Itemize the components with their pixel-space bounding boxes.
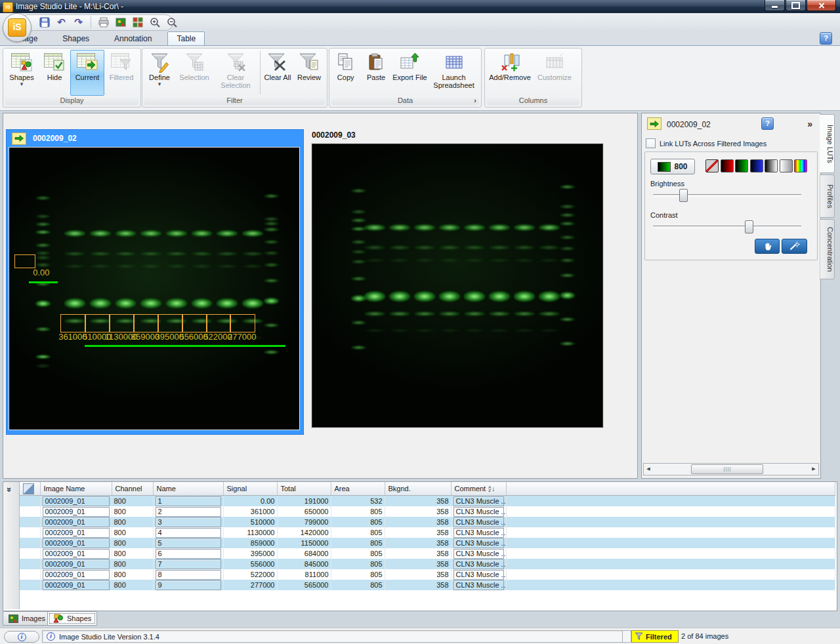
cell-name[interactable]: 2 — [153, 506, 223, 517]
shapes-button[interactable]: Shapes▾ — [5, 50, 39, 96]
cell-image-name-box[interactable]: 0002009_01 — [43, 517, 110, 527]
column-header-channel[interactable]: Channel — [112, 482, 153, 496]
side-tab-concentration[interactable]: Concentration — [820, 219, 835, 279]
annotation-shape-2[interactable] — [60, 314, 86, 332]
table-row[interactable]: 0002009_018003510000799000805358CLN3 Mus… — [20, 517, 835, 527]
annotation-shape-4[interactable] — [109, 314, 135, 332]
contrast-slider-thumb[interactable] — [745, 220, 753, 233]
lut-swatch-none[interactable] — [705, 159, 719, 172]
cell-comment-box[interactable]: CLN3 Muscle ... — [453, 549, 504, 559]
cell-name[interactable]: 7 — [153, 559, 223, 569]
cell-name-box[interactable]: 7 — [156, 559, 221, 569]
cell-comment-box[interactable]: CLN3 Muscle ... — [453, 559, 504, 569]
cell-image-name-box[interactable]: 0002009_01 — [43, 507, 110, 517]
link-luts-checkbox[interactable] — [646, 138, 656, 148]
annotation-shape-6[interactable] — [158, 314, 183, 332]
tab-annotation[interactable]: Annotation — [105, 31, 161, 45]
print-icon[interactable] — [97, 16, 110, 29]
add-remove-button[interactable]: Add/Remove — [486, 50, 534, 96]
cell-name[interactable]: 5 — [153, 538, 223, 548]
table-row[interactable]: 0002009_018009277000565000805358CLN3 Mus… — [20, 580, 835, 590]
cell-image-name[interactable]: 0002009_01 — [40, 559, 112, 569]
minimize-button[interactable] — [765, 0, 785, 11]
export-file-button[interactable]: Export File — [392, 50, 428, 96]
cell-comment[interactable]: CLN3 Muscle ... — [451, 569, 506, 580]
cell-image-name-box[interactable]: 0002009_01 — [43, 549, 110, 559]
cell-name-box[interactable]: 5 — [156, 538, 221, 548]
annotation-shape-1[interactable] — [14, 254, 35, 268]
table-row[interactable]: 0002009_01800411300001420000805358CLN3 M… — [20, 527, 835, 538]
cell-image-name-box[interactable]: 0002009_01 — [43, 496, 110, 506]
cell-name-box[interactable]: 8 — [156, 570, 221, 580]
image-display-icon[interactable] — [114, 16, 127, 29]
redo-icon[interactable]: ↷ — [72, 16, 85, 29]
undo-icon[interactable]: ↶ — [55, 16, 68, 29]
column-header-signal[interactable]: Signal — [223, 482, 277, 496]
annotation-shape-5[interactable] — [133, 314, 159, 332]
cell-image-name-box[interactable]: 0002009_01 — [43, 580, 110, 590]
cell-name[interactable]: 3 — [153, 517, 223, 527]
zoom-in-icon[interactable] — [148, 16, 161, 29]
column-header-bkgnd[interactable]: Bkgnd. — [385, 482, 451, 496]
launch-spreadsheet-button[interactable]: Launch Spreadsheet — [428, 50, 480, 96]
app-logo-button[interactable]: iS — [3, 13, 32, 42]
cell-comment-box[interactable]: CLN3 Muscle ... — [453, 507, 504, 517]
contrast-slider[interactable] — [653, 226, 801, 228]
lut-swatch-rainbow[interactable] — [794, 159, 807, 172]
annotation-shape-3[interactable] — [85, 314, 110, 332]
cell-image-name[interactable]: 0002009_01 — [40, 517, 112, 527]
table-row[interactable]: 0002009_018007556000845000805358CLN3 Mus… — [20, 559, 835, 569]
annotation-shape-7[interactable] — [182, 314, 207, 332]
hide-button[interactable]: Hide — [39, 50, 70, 96]
filtered-indicator[interactable]: Filtered — [631, 630, 679, 643]
lut-swatch-green[interactable] — [735, 159, 748, 172]
brightness-slider-thumb[interactable] — [679, 189, 688, 202]
cell-name-box[interactable]: 1 — [156, 496, 221, 506]
column-header-icon[interactable] — [20, 482, 40, 496]
cell-name[interactable]: 8 — [153, 569, 223, 580]
cell-comment-box[interactable]: CLN3 Muscle ... — [453, 517, 504, 527]
cell-image-name-box[interactable]: 0002009_01 — [43, 570, 110, 580]
scroll-left-arrow[interactable]: ◀ — [644, 464, 653, 473]
cell-image-name[interactable]: 0002009_01 — [40, 496, 112, 507]
save-icon[interactable] — [38, 16, 51, 29]
brightness-slider[interactable] — [653, 194, 801, 197]
cell-image-name[interactable]: 0002009_01 — [40, 569, 112, 580]
cell-comment[interactable]: CLN3 Muscle ... — [451, 506, 506, 517]
cell-name[interactable]: 9 — [153, 580, 223, 590]
panel-expand-chevron[interactable]: » — [807, 119, 812, 129]
close-button[interactable] — [807, 0, 836, 11]
cell-comment[interactable]: CLN3 Muscle ... — [451, 538, 506, 548]
blot-image-0002009-02[interactable]: 0.00361000510000113000085900039500055600… — [9, 148, 299, 430]
cell-comment-box[interactable]: CLN3 Muscle ... — [453, 528, 504, 538]
image-panel-header[interactable]: 0002009_02 — [7, 130, 303, 147]
cell-name[interactable]: 6 — [153, 548, 223, 559]
cell-image-name-box[interactable]: 0002009_01 — [43, 559, 110, 569]
column-header-imagename[interactable]: Image Name — [40, 482, 112, 496]
cell-image-name[interactable]: 0002009_01 — [40, 580, 112, 590]
annotation-shape-9[interactable] — [230, 314, 255, 332]
define-button[interactable]: Define▾ — [144, 50, 175, 96]
horizontal-scrollbar[interactable]: ◀ ▶ — [643, 463, 819, 475]
cell-comment-box[interactable]: CLN3 Muscle ... — [453, 538, 504, 548]
zoom-out-icon[interactable] — [165, 16, 178, 29]
cell-image-name-box[interactable]: 0002009_01 — [43, 538, 110, 548]
cell-name-box[interactable]: 3 — [156, 517, 221, 527]
side-tab-image-luts[interactable]: Image LUTs — [820, 114, 835, 173]
cell-comment[interactable]: CLN3 Muscle ... — [451, 496, 506, 507]
cell-name[interactable]: 4 — [153, 527, 223, 538]
image-panel-selected[interactable]: 0002009_02 0.003610005100001130000859000… — [6, 129, 304, 435]
tab-shapes[interactable]: Shapes — [53, 31, 98, 45]
clear-all-button[interactable]: Clear All — [262, 50, 293, 96]
lut-help-button[interactable]: ? — [761, 117, 774, 130]
cell-name-box[interactable]: 9 — [156, 580, 221, 590]
column-header-name[interactable]: Name — [153, 482, 223, 496]
cell-comment[interactable]: CLN3 Muscle ... — [451, 559, 506, 569]
lut-swatch-gray[interactable] — [765, 159, 778, 172]
annotation-shape-8[interactable] — [206, 314, 232, 332]
table-row[interactable]: 0002009_0180058590001150000805358CLN3 Mu… — [20, 538, 835, 548]
paste-button[interactable]: Paste — [360, 50, 391, 96]
review-button[interactable]: Review — [293, 50, 326, 96]
cell-image-name[interactable]: 0002009_01 — [40, 527, 112, 538]
cell-name-box[interactable]: 6 — [156, 549, 221, 559]
